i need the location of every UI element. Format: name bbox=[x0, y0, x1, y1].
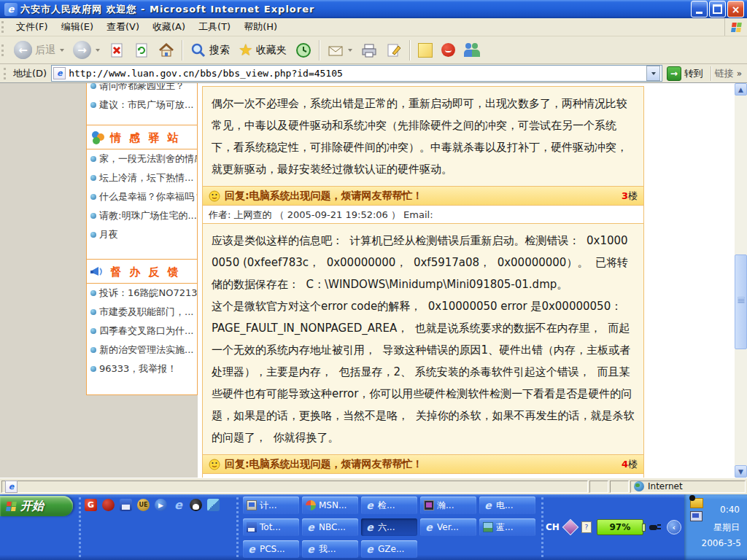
mail-dropdown-icon[interactable] bbox=[348, 49, 352, 52]
menu-file[interactable]: 文件(F) bbox=[9, 18, 55, 36]
bullet-icon bbox=[90, 328, 96, 334]
taskbar-button[interactable]: eGZe... bbox=[361, 540, 417, 558]
notes-button[interactable] bbox=[414, 42, 437, 59]
messenger-icon[interactable] bbox=[207, 499, 220, 511]
scrollbar-thumb[interactable] bbox=[735, 254, 747, 349]
menu-edit[interactable]: 编辑(E) bbox=[55, 18, 100, 36]
battery-indicator[interactable]: 97% bbox=[597, 519, 643, 535]
red-badge-icon[interactable] bbox=[102, 499, 115, 511]
smiley-icon bbox=[209, 459, 220, 470]
language-indicator[interactable]: CH bbox=[546, 522, 560, 532]
sidebar-link[interactable]: 家，一段无法割舍的情感 bbox=[87, 149, 197, 168]
menubar-grip[interactable] bbox=[1, 21, 6, 33]
ultraedit-icon[interactable]: UE bbox=[137, 499, 150, 511]
address-input[interactable]: e http://www.luan.gov.cn/bbs/bbs_view.ph… bbox=[51, 65, 662, 82]
sidebar-link[interactable]: 月夜 bbox=[87, 225, 197, 244]
sidebar-link[interactable]: 坛上冷清，坛下热情... bbox=[87, 168, 197, 187]
address-url[interactable]: http://www.luan.gov.cn/bbs/bbs_view.php?… bbox=[69, 68, 646, 79]
sidebar-link[interactable]: 四季春交叉路口为什... bbox=[87, 322, 197, 341]
menu-view[interactable]: 查看(V) bbox=[100, 18, 146, 36]
collapse-chevron-icon[interactable]: ‹ bbox=[667, 520, 681, 534]
sidebar-link[interactable]: 请问帝都豪园业主？ bbox=[87, 83, 197, 96]
search-icon bbox=[190, 42, 206, 58]
bullet-icon bbox=[90, 347, 96, 353]
taskbar-button[interactable]: eVer... bbox=[420, 518, 476, 536]
qq-icon[interactable] bbox=[190, 499, 202, 511]
print-button[interactable] bbox=[357, 41, 382, 60]
taskbar-button[interactable]: 瀚... bbox=[420, 497, 476, 514]
sidebar-link[interactable]: 96333，我举报！ bbox=[87, 359, 197, 378]
ie-icon[interactable]: e bbox=[172, 499, 185, 511]
toolbar-grip[interactable] bbox=[1, 44, 6, 56]
links-chevron-icon[interactable]: » bbox=[737, 69, 742, 79]
floor-badge: 4楼 bbox=[622, 458, 638, 471]
msn-icon bbox=[306, 500, 316, 510]
sidebar-link[interactable]: 市建委及职能部门，... bbox=[87, 303, 197, 322]
address-bar: 地址(D) e http://www.luan.gov.cn/bbs/bbs_v… bbox=[0, 64, 747, 83]
bullet-icon bbox=[90, 102, 96, 108]
taskbar-button[interactable]: 蓝... bbox=[479, 518, 535, 536]
clock-area: 0:40 星期日 2006-3-5 bbox=[684, 494, 747, 560]
taskbar-button[interactable]: 计... bbox=[243, 497, 299, 514]
qq-message-icon[interactable] bbox=[690, 498, 703, 508]
system-tray: CH ? 97% ‹ bbox=[546, 494, 681, 560]
flashget-icon[interactable]: G bbox=[85, 499, 97, 511]
taskbar-button[interactable]: e我... bbox=[302, 540, 358, 558]
search-button[interactable]: 搜索 bbox=[186, 41, 234, 60]
media-player-icon[interactable]: ▶ bbox=[155, 499, 167, 511]
messenger-button[interactable] bbox=[460, 42, 484, 59]
history-button[interactable] bbox=[291, 41, 316, 60]
sidebar-section-header: 督 办 反 馈 bbox=[87, 261, 197, 284]
start-button[interactable]: 开始 bbox=[0, 496, 73, 516]
scroll-up-button[interactable]: ▲ bbox=[735, 83, 747, 96]
forward-dropdown-icon[interactable] bbox=[96, 49, 100, 52]
taskbar-button[interactable]: ePCS... bbox=[243, 540, 299, 558]
tray-doc-icon[interactable]: ? bbox=[581, 521, 592, 533]
ie-icon: e bbox=[424, 522, 434, 532]
taskbar-button[interactable]: e检... bbox=[361, 497, 417, 514]
taskbar-button[interactable]: eNBC... bbox=[302, 518, 358, 536]
ime-icon[interactable] bbox=[562, 519, 579, 536]
favorites-button[interactable]: ★ 收藏夹 bbox=[234, 41, 291, 60]
page-scrollbar[interactable]: ▲ ▼ bbox=[735, 83, 747, 478]
close-button[interactable]: × bbox=[727, 1, 744, 18]
menu-help[interactable]: 帮助(H) bbox=[237, 18, 284, 36]
home-button[interactable] bbox=[154, 41, 179, 60]
qq-toolbar-button[interactable] bbox=[437, 42, 460, 58]
power-plug-icon[interactable] bbox=[649, 521, 662, 533]
taskbar-separator[interactable] bbox=[236, 497, 241, 557]
minimize-button[interactable] bbox=[691, 1, 708, 18]
taskbar-button[interactable]: Tot... bbox=[243, 518, 299, 536]
mail-button[interactable] bbox=[323, 41, 357, 60]
menu-tools[interactable]: 工具(T) bbox=[192, 18, 237, 36]
back-dropdown-icon[interactable] bbox=[60, 49, 64, 52]
clock-time: 0:40 bbox=[720, 505, 740, 515]
edit-button[interactable] bbox=[382, 41, 406, 60]
addressbar-grip[interactable] bbox=[4, 68, 8, 79]
back-button[interactable]: ← 后退 bbox=[9, 39, 69, 61]
sidebar-link[interactable]: 新的治安管理法实施... bbox=[87, 341, 197, 359]
taskbar-button[interactable]: e电... bbox=[479, 497, 535, 514]
stop-button[interactable] bbox=[104, 41, 129, 60]
scroll-down-button[interactable]: ▼ bbox=[735, 465, 747, 478]
menu-favorites[interactable]: 收藏(A) bbox=[146, 18, 192, 36]
taskbar-button-active[interactable]: e六... bbox=[361, 518, 417, 536]
windows-logo-icon bbox=[724, 18, 747, 36]
taskbar-separator[interactable] bbox=[79, 497, 83, 557]
sidebar-link[interactable]: 请教:明珠广场住宅的... bbox=[87, 206, 197, 225]
ie-page-icon: e bbox=[5, 481, 18, 493]
edit-icon bbox=[386, 42, 402, 58]
go-button[interactable]: → 转到 bbox=[662, 66, 708, 81]
links-label[interactable]: 链接 bbox=[715, 67, 734, 80]
sidebar-link[interactable]: 投诉：16路皖NO7213... bbox=[87, 284, 197, 303]
floppy-icon[interactable] bbox=[120, 499, 132, 511]
taskbar-button[interactable]: MSN... bbox=[302, 497, 358, 514]
sidebar-link[interactable]: 什么是幸福？你幸福吗？ bbox=[87, 187, 197, 206]
refresh-button[interactable] bbox=[129, 41, 154, 60]
address-dropdown-button[interactable] bbox=[646, 66, 660, 81]
restore-button[interactable] bbox=[709, 1, 726, 18]
sidebar-link[interactable]: 建议：市民广场可放... bbox=[87, 96, 197, 114]
forward-button[interactable]: → bbox=[69, 39, 104, 61]
network-icon[interactable] bbox=[690, 511, 703, 521]
page-background bbox=[0, 83, 86, 478]
